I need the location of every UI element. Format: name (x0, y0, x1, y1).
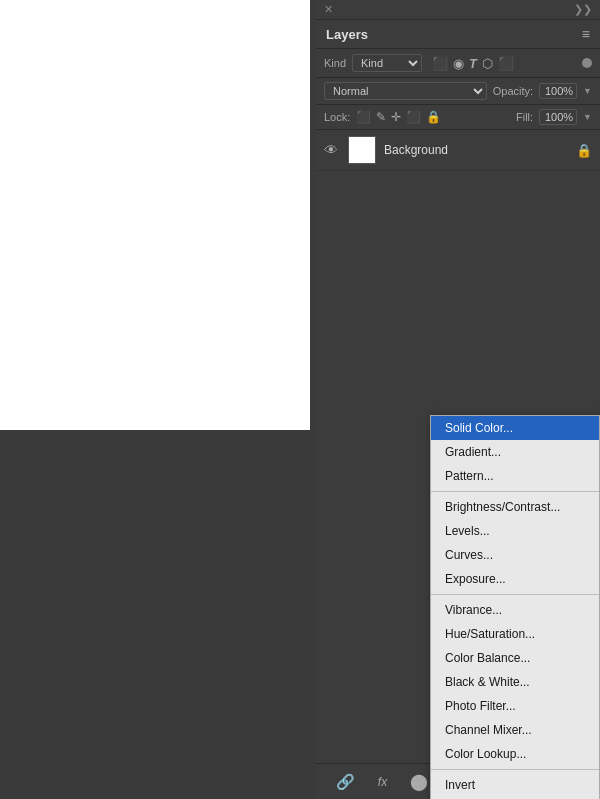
opacity-arrow-icon: ▼ (583, 86, 592, 96)
dropdown-item-vibrance[interactable]: Vibrance... (431, 598, 599, 622)
dropdown-separator-2 (431, 594, 599, 595)
layer-visibility-icon[interactable]: 👁 (324, 142, 340, 158)
layer-item[interactable]: 👁 Background 🔒 (316, 130, 600, 171)
dropdown-item-invert[interactable]: Invert (431, 773, 599, 797)
kind-label: Kind (324, 57, 346, 69)
lock-draw-icon[interactable]: ✎ (376, 110, 386, 124)
dropdown-item-photo-filter[interactable]: Photo Filter... (431, 694, 599, 718)
lock-label: Lock: (324, 111, 350, 123)
panel-header: Layers ≡ (316, 20, 600, 49)
lock-all-icon[interactable]: 🔒 (426, 110, 441, 124)
panel-topbar-left: ✕ (324, 3, 333, 16)
kind-adjustment-icon[interactable]: ◉ (453, 56, 464, 71)
kind-icons: ⬛ ◉ T ⬡ ⬛ (432, 56, 514, 71)
layer-name: Background (384, 143, 568, 157)
fill-input[interactable] (539, 109, 577, 125)
collapse-icon[interactable]: ❯❯ (574, 3, 592, 16)
blend-mode-dropdown[interactable]: Normal (324, 82, 487, 100)
lock-icons-group: ⬛ ✎ ✛ ⬛ 🔒 (356, 110, 441, 124)
opacity-label: Opacity: (493, 85, 533, 97)
panel-topbar: ✕ ❯❯ (316, 0, 600, 20)
panel-title: Layers (326, 27, 368, 42)
dropdown-item-brightness-contrast[interactable]: Brightness/Contrast... (431, 495, 599, 519)
dropdown-item-levels[interactable]: Levels... (431, 519, 599, 543)
dropdown-item-curves[interactable]: Curves... (431, 543, 599, 567)
kind-shape-icon[interactable]: ⬡ (482, 56, 493, 71)
lock-move-icon[interactable]: ✛ (391, 110, 401, 124)
layer-lock-icon: 🔒 (576, 143, 592, 158)
kind-dropdown[interactable]: Kind (352, 54, 422, 72)
fill-label: Fill: (516, 111, 533, 123)
kind-type-icon[interactable]: T (469, 56, 477, 71)
kind-smart-icon[interactable]: ⬛ (498, 56, 514, 71)
blend-mode-row: Normal Opacity: ▼ (316, 78, 600, 105)
opacity-input[interactable] (539, 83, 577, 99)
layer-effects-button[interactable]: fx (376, 773, 389, 791)
link-layers-button[interactable]: 🔗 (334, 771, 357, 793)
dropdown-item-exposure[interactable]: Exposure... (431, 567, 599, 591)
lock-artboard-icon[interactable]: ⬛ (406, 110, 421, 124)
kind-filter-row: Kind Kind ⬛ ◉ T ⬡ ⬛ (316, 49, 600, 78)
dropdown-item-pattern[interactable]: Pattern... (431, 464, 599, 488)
kind-pixel-icon[interactable]: ⬛ (432, 56, 448, 71)
layer-thumbnail (348, 136, 376, 164)
layer-mask-button[interactable]: ⬤ (408, 770, 430, 793)
close-icon[interactable]: ✕ (324, 3, 333, 16)
dropdown-item-channel-mixer[interactable]: Channel Mixer... (431, 718, 599, 742)
fill-arrow-icon: ▼ (583, 112, 592, 122)
dropdown-separator-1 (431, 491, 599, 492)
dropdown-separator-3 (431, 769, 599, 770)
dropdown-item-gradient[interactable]: Gradient... (431, 440, 599, 464)
kind-dot (582, 58, 592, 68)
lock-row: Lock: ⬛ ✎ ✛ ⬛ 🔒 Fill: ▼ (316, 105, 600, 130)
adjustment-layer-dropdown: Solid Color... Gradient... Pattern... Br… (430, 415, 600, 799)
canvas-content (0, 0, 310, 430)
dropdown-item-black-white[interactable]: Black & White... (431, 670, 599, 694)
dropdown-item-color-balance[interactable]: Color Balance... (431, 646, 599, 670)
canvas-area (0, 0, 316, 799)
dropdown-item-hue-saturation[interactable]: Hue/Saturation... (431, 622, 599, 646)
dropdown-item-color-lookup[interactable]: Color Lookup... (431, 742, 599, 766)
lock-pixels-icon[interactable]: ⬛ (356, 110, 371, 124)
dropdown-item-solid-color[interactable]: Solid Color... (431, 416, 599, 440)
panel-menu-button[interactable]: ≡ (582, 26, 590, 42)
